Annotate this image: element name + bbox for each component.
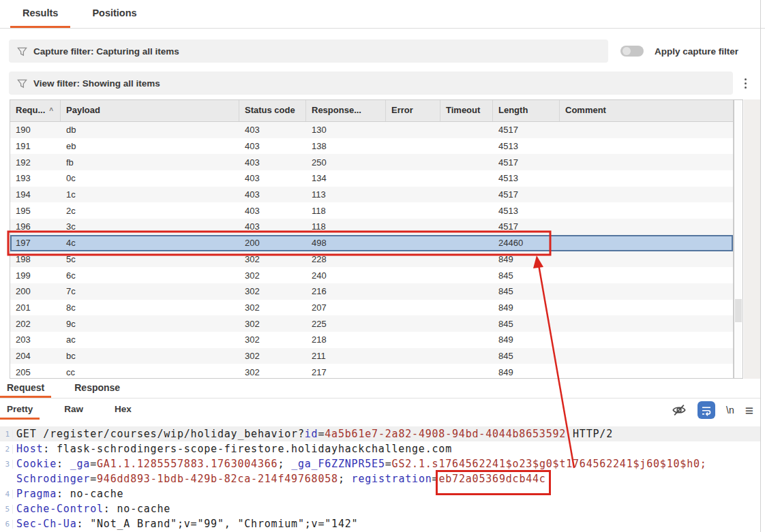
code-segment: HTTP/2 [566,428,613,440]
code-segment: = [90,458,97,470]
code-segment: : [57,458,70,470]
cell-length: 849 [493,254,560,264]
table-row-199[interactable]: 1996c302240845 [10,267,733,283]
column-header-requ[interactable]: Requ...^ [10,100,61,121]
scrollbar-thumb[interactable] [735,299,742,322]
code-segment: Sec-Ch-Ua [16,518,76,530]
column-header-statuscode[interactable]: Status code [239,100,306,121]
table-row-196[interactable]: 1963c4031184517 [10,219,733,235]
code-segment: = [385,458,392,470]
cell-length: 4513 [493,206,560,216]
tab-positions[interactable]: Positions [80,0,149,28]
cell-payload: 3c [61,221,239,232]
view-filter-bar[interactable]: View filter: Showing all items [9,72,733,95]
tab-results[interactable]: Results [10,0,70,28]
cell-response: 228 [306,254,386,264]
apply-capture-filter-label: Apply capture filter [655,46,738,57]
request-line-1: 1GET /register/courses/wip/holiday_behav… [0,426,760,441]
cell-status: 302 [239,367,306,377]
column-header-timeout[interactable]: Timeout [440,100,493,121]
cell-length: 845 [493,351,560,361]
cell-response: 207 [306,302,386,313]
cell-response: 250 [306,157,386,168]
table-row-204[interactable]: 204bc302211845 [10,348,733,364]
table-row-195[interactable]: 1952c4031184513 [10,202,733,219]
results-table-header: Requ...^PayloadStatus codeResponse...Err… [10,100,733,122]
cell-payload: fb [61,157,239,168]
table-row-198[interactable]: 1985c302228849 [10,251,733,268]
table-row-190[interactable]: 190db4031304517 [10,122,733,138]
code-segment: Host [16,443,43,455]
cell-length: 845 [493,319,560,329]
cell-length: 849 [493,367,560,377]
request-line-3: 3Cookie: _ga=GA1.1.1285557883.1763004366… [0,456,760,471]
request-editor[interactable]: 1GET /register/courses/wip/holiday_behav… [0,421,760,532]
cell-payload: 8c [61,302,239,313]
newline-icon[interactable]: \n [726,405,734,416]
table-row-192[interactable]: 192fb4032504517 [10,154,733,170]
code-segment: = [432,473,439,485]
column-header-response[interactable]: Response... [306,100,386,121]
tab-response[interactable]: Response [68,379,127,398]
apply-capture-filter-toggle[interactable] [620,46,644,57]
code-segment: : "Not_A Brand";v="99", "Chromium";v="14… [76,518,358,530]
column-header-comment[interactable]: Comment [560,100,733,121]
tab-pretty[interactable]: Pretty [0,401,40,420]
registration-value-highlighted: eb72a05369dcb44c [438,473,545,485]
right-gutter [744,99,760,379]
table-row-200[interactable]: 2007c302216845 [10,283,733,300]
filter-funnel-icon [17,78,27,89]
view-filter-row: View filter: Showing all items [0,72,765,95]
cell-length: 4513 [493,173,560,183]
capture-filter-bar[interactable]: Capture filter: Capturing all items [9,40,608,63]
sort-ascending-icon: ^ [49,107,53,114]
code-segment: Cache-Control [16,503,104,515]
word-wrap-icon[interactable] [698,401,715,419]
cell-request: 196 [10,221,61,232]
eye-slash-icon[interactable] [672,403,687,418]
table-row-201[interactable]: 2018c302207849 [10,300,733,316]
cell-payload: cc [61,367,239,377]
table-row-203[interactable]: 203ac302218849 [10,332,733,348]
cell-length: 849 [493,302,560,313]
cell-length: 4517 [493,189,560,200]
cell-response: 113 [306,189,386,200]
tab-raw[interactable]: Raw [57,401,90,420]
cell-status: 403 [239,157,306,168]
cell-request: 193 [10,173,61,183]
cell-response: 218 [306,334,386,345]
column-header-payload[interactable]: Payload [61,100,239,121]
column-header-error[interactable]: Error [386,100,440,121]
code-segment: _ga [70,458,91,470]
table-row-197[interactable]: 1974c20049824460 [10,235,733,251]
line-number: 6 [0,520,13,529]
code-segment: ; [338,473,352,485]
table-row-205[interactable]: 205cc302217849 [10,364,733,379]
code-segment: : flask-schrodingers-scope-firestore.hol… [43,443,452,455]
cell-status: 403 [239,221,306,232]
tab-hex[interactable]: Hex [108,401,138,420]
code-segment: Schrodinger [16,473,90,485]
table-row-191[interactable]: 191eb4031384513 [10,138,733,155]
tab-request[interactable]: Request [0,379,51,398]
cell-response: 118 [306,206,386,216]
toggle-knob [622,47,631,55]
code-segment: : no-cache [104,503,170,515]
table-row-194[interactable]: 1941c4031134517 [10,187,733,203]
table-row-202[interactable]: 2029c302225845 [10,315,733,332]
column-header-length[interactable]: Length [493,100,560,121]
table-vertical-scrollbar[interactable] [734,99,743,379]
cell-payload: bc [61,351,239,361]
request-line-2: 2Host: flask-schrodingers-scope-firestor… [0,441,760,456]
request-line-5: 4Pragma: no-cache [0,486,760,501]
code-segment: = [90,473,97,485]
kebab-menu-icon[interactable] [742,76,749,91]
code-segment: 4a5b61e7-2a82-4908-94bd-4044b8653592 [325,428,566,440]
request-line-4: Schrodinger=946dd893-1bdb-429b-82ca-214f… [0,471,760,486]
cell-status: 403 [239,173,306,183]
cell-response: 225 [306,319,386,329]
message-view-tabbar: Pretty Raw Hex \n ≡ [0,401,760,420]
table-row-193[interactable]: 1930c4031344513 [10,170,733,187]
cell-status: 403 [239,206,306,216]
hamburger-menu-icon[interactable]: ≡ [745,403,753,418]
